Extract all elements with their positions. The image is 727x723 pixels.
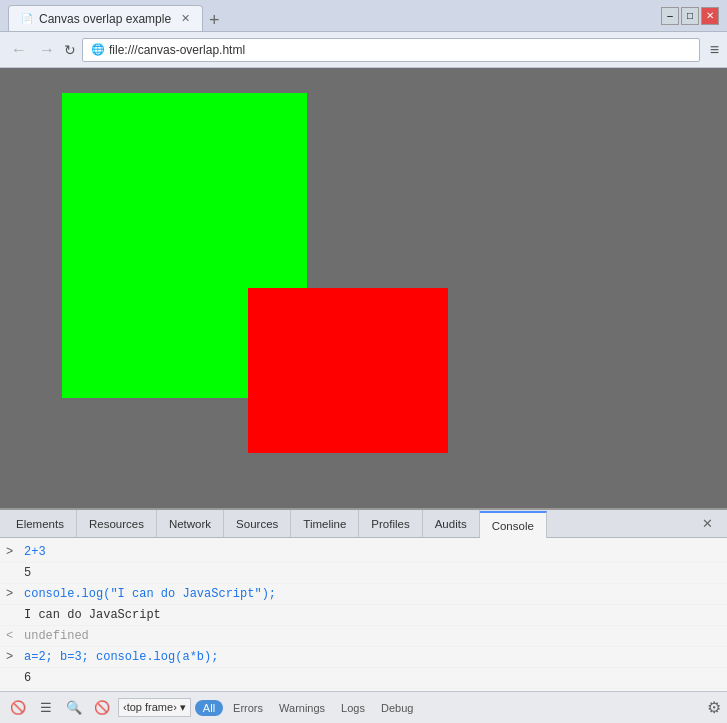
window-controls: – □ ✕	[661, 7, 719, 25]
new-tab-button[interactable]: +	[203, 10, 226, 31]
minimize-button[interactable]: –	[661, 7, 679, 25]
console-line: 6	[0, 668, 727, 689]
console-line: I can do JavaScript	[0, 605, 727, 626]
tab-console[interactable]: Console	[480, 511, 547, 538]
console-line: < undefined	[0, 626, 727, 647]
browser-window: 📄 Canvas overlap example ✕ + – □ ✕ ← → ↻…	[0, 0, 727, 723]
url-bar[interactable]: 🌐 file:///canvas-overlap.html	[82, 38, 700, 62]
console-toolbar: 🚫 ☰ 🔍 🚫 ‹top frame› ▾ All Errors Warning…	[0, 691, 727, 723]
address-bar: ← → ↻ 🌐 file:///canvas-overlap.html ≡	[0, 32, 727, 68]
red-rectangle	[248, 288, 448, 453]
console-text: 2+3	[24, 543, 721, 561]
console-text: 6	[24, 669, 721, 687]
url-icon: 🌐	[91, 43, 105, 56]
refresh-button[interactable]: ↻	[64, 42, 76, 58]
devtools-tab-bar: Elements Resources Network Sources Timel…	[0, 510, 727, 538]
url-text: file:///canvas-overlap.html	[109, 43, 245, 57]
search-button[interactable]: 🔍	[62, 696, 86, 720]
console-text: 5	[24, 564, 721, 582]
tab-elements[interactable]: Elements	[4, 510, 77, 537]
settings-button[interactable]: ⚙	[707, 698, 721, 717]
close-button[interactable]: ✕	[701, 7, 719, 25]
browser-tab[interactable]: 📄 Canvas overlap example ✕	[8, 5, 203, 31]
forward-button[interactable]: →	[36, 41, 58, 59]
devtools-close-btn[interactable]: ✕	[692, 512, 723, 535]
tab-label: Canvas overlap example	[39, 12, 171, 26]
errors-filter-button[interactable]: Errors	[227, 700, 269, 716]
arrow-icon: >	[6, 585, 18, 603]
maximize-button[interactable]: □	[681, 7, 699, 25]
tab-audits[interactable]: Audits	[423, 510, 480, 537]
tab-profiles[interactable]: Profiles	[359, 510, 422, 537]
tab-close-btn[interactable]: ✕	[181, 12, 190, 25]
title-bar: 📄 Canvas overlap example ✕ + – □ ✕	[0, 0, 727, 32]
back-button[interactable]: ←	[8, 41, 30, 59]
warnings-filter-button[interactable]: Warnings	[273, 700, 331, 716]
debug-filter-button[interactable]: Debug	[375, 700, 419, 716]
menu-button[interactable]: ≡	[710, 41, 719, 59]
console-text: undefined	[24, 627, 721, 645]
console-text: console.log("I can do JavaScript");	[24, 585, 721, 603]
tab-network[interactable]: Network	[157, 510, 224, 537]
devtools-panel: Elements Resources Network Sources Timel…	[0, 508, 727, 723]
tab-resources[interactable]: Resources	[77, 510, 157, 537]
block-button[interactable]: 🚫	[90, 696, 114, 720]
tab-sources[interactable]: Sources	[224, 510, 291, 537]
logs-filter-button[interactable]: Logs	[335, 700, 371, 716]
console-text: a=2; b=3; console.log(a*b);	[24, 648, 721, 666]
frame-selector[interactable]: ‹top frame› ▾	[118, 698, 191, 717]
clear-console-button[interactable]: 🚫	[6, 696, 30, 720]
tab-area: 📄 Canvas overlap example ✕ +	[8, 0, 649, 31]
console-line: > 2+3	[0, 542, 727, 563]
arrow-icon: <	[6, 627, 18, 645]
tab-timeline[interactable]: Timeline	[291, 510, 359, 537]
browser-content	[0, 68, 727, 508]
console-line: > console.log("I can do JavaScript");	[0, 584, 727, 605]
page-icon: 📄	[21, 13, 33, 24]
console-output[interactable]: > 2+3 5 > console.log("I can do JavaScri…	[0, 538, 727, 691]
arrow-icon: >	[6, 543, 18, 561]
console-line: 5	[0, 563, 727, 584]
expand-button[interactable]: ☰	[34, 696, 58, 720]
all-filter-button[interactable]: All	[195, 700, 223, 716]
console-text: I can do JavaScript	[24, 606, 721, 624]
arrow-icon: >	[6, 648, 18, 666]
console-line: > a=2; b=3; console.log(a*b);	[0, 647, 727, 668]
